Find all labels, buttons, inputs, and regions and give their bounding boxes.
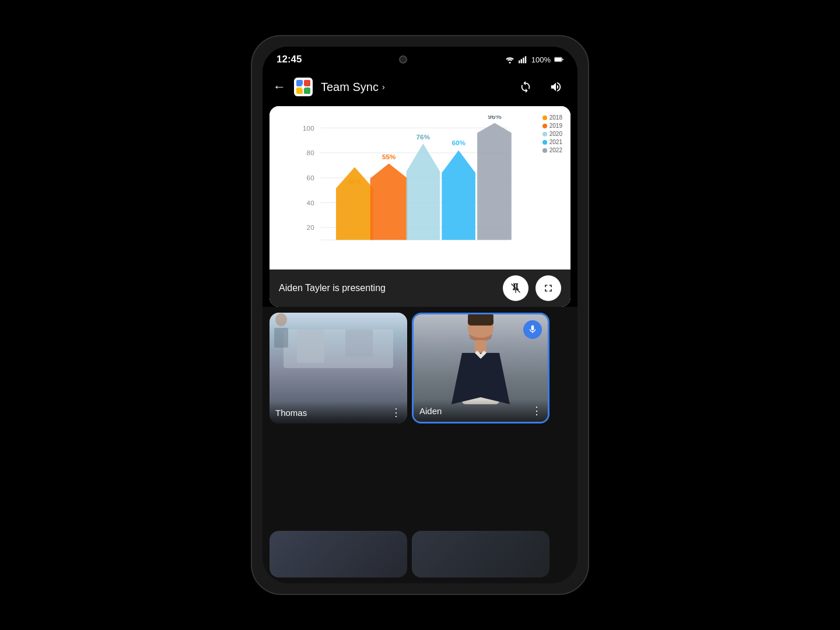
svg-text:46%: 46% [348,177,362,185]
status-time: 12:45 [276,54,302,65]
phone-frame: 12:45 100% [251,35,589,595]
battery-text: 100% [531,55,551,64]
svg-text:100: 100 [303,124,314,132]
legend-2019: 2019 [542,123,562,129]
volume-button[interactable] [545,76,567,98]
svg-text:55%: 55% [382,153,396,160]
presenting-text: Aiden Tayler is presenting [279,283,386,293]
svg-rect-1 [519,61,520,64]
chart-area: 2018 2019 2020 2021 [270,106,570,270]
audio-badge-icon [527,324,538,335]
presentation-card: 2018 2019 2020 2021 [270,106,570,307]
battery-icon [554,56,564,63]
svg-text:80: 80 [307,149,315,156]
svg-text:60%: 60% [452,139,466,146]
presenting-bar: Aiden Tayler is presenting [270,270,570,307]
svg-text:20: 20 [307,223,315,231]
svg-rect-10 [304,80,310,86]
thomas-name: Thomas [275,408,307,418]
svg-marker-34 [442,150,475,240]
signal-icon [519,55,528,64]
presentation-container: 2018 2019 2020 2021 [262,104,578,307]
unpin-icon [510,282,522,294]
bar-chart-svg: 100 80 60 40 20 46% 55% [276,116,564,265]
legend-dot-2020 [542,132,547,136]
aiden-name: Aiden [419,406,442,416]
volume-icon [550,80,562,93]
thomas-more-button[interactable]: ⋮ [391,406,401,419]
svg-point-43 [275,313,287,326]
top-actions [514,76,567,98]
status-icons: 100% [505,55,564,64]
participant-tile-thomas: Thomas ⋮ [270,313,407,424]
legend-dot-2018 [542,116,547,120]
svg-marker-36 [477,123,512,240]
speaker-badge [523,320,542,339]
svg-marker-32 [407,144,440,240]
call-title: Team Sync [321,80,379,94]
title-chevron[interactable]: › [382,82,385,92]
svg-rect-6 [555,58,562,61]
svg-rect-2 [520,59,522,63]
svg-text:60: 60 [307,174,315,181]
svg-rect-50 [475,340,487,353]
front-camera [399,55,407,64]
svg-rect-3 [523,58,524,64]
aiden-info-bar: Aiden ⋮ [414,400,548,422]
svg-text:40: 40 [307,199,315,206]
chart-legend: 2018 2019 2020 2021 [542,114,562,153]
top-bar: ← Team Sync › [262,70,578,104]
bottom-tiles-row [262,531,578,583]
legend-dot-2022 [542,148,547,153]
svg-rect-44 [274,328,288,348]
legend-dot-2019 [542,124,547,128]
bottom-tile-2 [412,531,550,578]
svg-marker-28 [370,163,408,240]
participant-tile-aiden: Aiden ⋮ [412,313,550,424]
participants-grid: Thomas ⋮ [262,307,578,531]
svg-text:96%: 96% [488,116,502,120]
phone-screen: 12:45 100% [262,47,578,583]
svg-point-0 [509,62,510,64]
svg-rect-7 [562,58,564,60]
refresh-button[interactable] [514,76,537,98]
wifi-icon [505,55,515,64]
legend-dot-2021 [542,140,547,145]
legend-2020: 2020 [542,131,562,137]
presenting-actions [503,275,561,301]
app-icon [293,76,314,97]
fullscreen-icon [542,282,554,294]
legend-2022: 2022 [542,147,562,153]
fullscreen-button[interactable] [536,275,561,301]
svg-rect-12 [304,88,310,94]
bottom-tile-1 [270,531,407,578]
aiden-more-button[interactable]: ⋮ [531,404,542,417]
unpin-button[interactable] [503,275,528,301]
meet-icon [294,78,313,96]
svg-text:76%: 76% [416,133,430,141]
refresh-icon [519,80,532,93]
back-button[interactable]: ← [273,79,286,94]
title-area: Team Sync › [321,80,508,94]
svg-rect-49 [468,317,494,326]
thomas-info-bar: Thomas ⋮ [270,401,407,424]
status-bar: 12:45 100% [262,47,578,70]
legend-2018: 2018 [542,114,562,121]
legend-2021: 2021 [542,139,562,145]
svg-rect-4 [525,56,526,63]
